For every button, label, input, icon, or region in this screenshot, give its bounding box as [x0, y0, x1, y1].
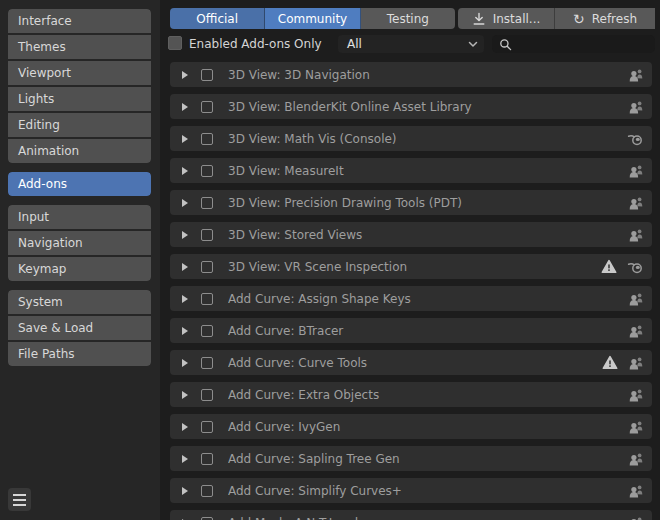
expand-arrow-icon[interactable] [182, 167, 188, 175]
filter-tab-community[interactable]: Community [265, 8, 360, 29]
addon-actions: Install... ↻ Refresh [458, 8, 660, 29]
addon-row: Add Curve: IvyGen [170, 414, 652, 439]
refresh-button[interactable]: ↻ Refresh [555, 8, 655, 29]
addon-title: 3D View: 3D Navigation [228, 68, 628, 82]
addon-row: Add Curve: Assign Shape Keys [170, 286, 652, 311]
addon-title: Add Curve: Simplify Curves+ [228, 484, 628, 498]
filter-tab-testing[interactable]: Testing [361, 8, 455, 29]
community-icon [628, 323, 644, 339]
addon-title: Add Curve: Sapling Tree Gen [228, 452, 628, 466]
addon-title: 3D View: Math Vis (Console) [228, 132, 627, 146]
addon-row: 3D View: VR Scene Inspection [170, 254, 652, 279]
category-dropdown[interactable]: All [338, 35, 484, 53]
addon-enable-checkbox[interactable] [201, 133, 213, 145]
addon-row-icons [601, 259, 644, 275]
addon-row-icons [628, 163, 644, 179]
expand-arrow-icon[interactable] [182, 455, 188, 463]
addon-enable-checkbox[interactable] [201, 101, 213, 113]
expand-arrow-icon[interactable] [182, 71, 188, 79]
sidebar-item-animation[interactable]: Animation [8, 139, 151, 163]
expand-arrow-icon[interactable] [182, 423, 188, 431]
community-icon [628, 163, 644, 179]
sidebar-item-file-paths[interactable]: File Paths [8, 342, 151, 366]
addon-enable-checkbox[interactable] [201, 389, 213, 401]
filter-tab-official[interactable]: Official [170, 8, 265, 29]
expand-arrow-icon[interactable] [182, 199, 188, 207]
addon-enable-checkbox[interactable] [201, 325, 213, 337]
community-icon [628, 355, 644, 371]
enabled-addons-only-checkbox[interactable] [168, 36, 182, 50]
addon-filter-tabs: OfficialCommunityTesting [170, 8, 455, 29]
addon-enable-checkbox[interactable] [201, 293, 213, 305]
sidebar-item-save-load[interactable]: Save & Load [8, 316, 151, 340]
menu-bar [13, 494, 26, 496]
addon-enable-checkbox[interactable] [201, 165, 213, 177]
menu-icon[interactable] [8, 488, 31, 511]
addon-enable-checkbox[interactable] [201, 453, 213, 465]
addon-row-icons [628, 67, 644, 83]
sidebar-item-add-ons[interactable]: Add-ons [8, 172, 151, 196]
sidebar-item-interface[interactable]: Interface [8, 9, 151, 33]
addon-enable-checkbox[interactable] [201, 421, 213, 433]
expand-arrow-icon[interactable] [182, 135, 188, 143]
addon-row: 3D View: MeasureIt [170, 158, 652, 183]
sidebar-item-keymap[interactable]: Keymap [8, 257, 151, 281]
addon-row-icons [628, 291, 644, 307]
expand-arrow-icon[interactable] [182, 103, 188, 111]
community-icon [628, 99, 644, 115]
addon-title: Add Curve: Assign Shape Keys [228, 292, 628, 306]
sidebar-item-viewport[interactable]: Viewport [8, 61, 151, 85]
community-icon [628, 291, 644, 307]
refresh-icon: ↻ [573, 12, 585, 26]
community-icon [628, 451, 644, 467]
official-blender-icon [627, 131, 644, 147]
sidebar-item-editing[interactable]: Editing [8, 113, 151, 137]
search-icon [498, 37, 513, 52]
expand-arrow-icon[interactable] [182, 295, 188, 303]
addon-row: Add Curve: Extra Objects [170, 382, 652, 407]
install-button[interactable]: Install... [458, 8, 555, 29]
addon-enable-checkbox[interactable] [201, 229, 213, 241]
addon-enable-checkbox[interactable] [201, 197, 213, 209]
addon-row-icons [627, 131, 644, 147]
sidebar-item-themes[interactable]: Themes [8, 35, 151, 59]
sidebar-item-lights[interactable]: Lights [8, 87, 151, 111]
warning-icon [601, 259, 617, 274]
addon-row-icons [628, 323, 644, 339]
menu-bar [13, 499, 26, 501]
addon-row: 3D View: 3D Navigation [170, 62, 652, 87]
category-dropdown-value: All [347, 37, 468, 51]
addon-row: 3D View: BlenderKit Online Asset Library [170, 94, 652, 119]
sidebar-item-input[interactable]: Input [8, 205, 151, 229]
addon-row-icons [628, 387, 644, 403]
expand-arrow-icon[interactable] [182, 231, 188, 239]
addon-row-icons [628, 451, 644, 467]
addon-row: Add Curve: Simplify Curves+ [170, 478, 652, 503]
addon-title: 3D View: BlenderKit Online Asset Library [228, 100, 628, 114]
addon-title: Add Curve: Extra Objects [228, 388, 628, 402]
addon-enable-checkbox[interactable] [201, 357, 213, 369]
expand-arrow-icon[interactable] [182, 263, 188, 271]
expand-arrow-icon[interactable] [182, 359, 188, 367]
sidebar-item-navigation[interactable]: Navigation [8, 231, 151, 255]
expand-arrow-icon[interactable] [182, 487, 188, 495]
official-blender-icon [627, 259, 644, 275]
sidebar-group: Add-ons [8, 172, 151, 196]
addon-enable-checkbox[interactable] [201, 69, 213, 81]
addon-row-icons [628, 515, 644, 520]
addons-panel: OfficialCommunityTesting Install... ↻ Re… [160, 0, 660, 520]
addon-enable-checkbox[interactable] [201, 485, 213, 497]
addon-enable-checkbox[interactable] [201, 261, 213, 273]
search-input[interactable] [513, 37, 651, 51]
chevron-down-icon [468, 41, 478, 48]
expand-arrow-icon[interactable] [182, 327, 188, 335]
addon-row: 3D View: Math Vis (Console) [170, 126, 652, 151]
refresh-button-label: Refresh [592, 12, 637, 26]
expand-arrow-icon[interactable] [182, 391, 188, 399]
community-icon [628, 515, 644, 520]
sidebar-item-system[interactable]: System [8, 290, 151, 314]
addon-enable-checkbox[interactable] [201, 517, 213, 520]
addon-row: 3D View: Stored Views [170, 222, 652, 247]
addon-title: Add Curve: IvyGen [228, 420, 628, 434]
search-field[interactable] [492, 35, 655, 53]
